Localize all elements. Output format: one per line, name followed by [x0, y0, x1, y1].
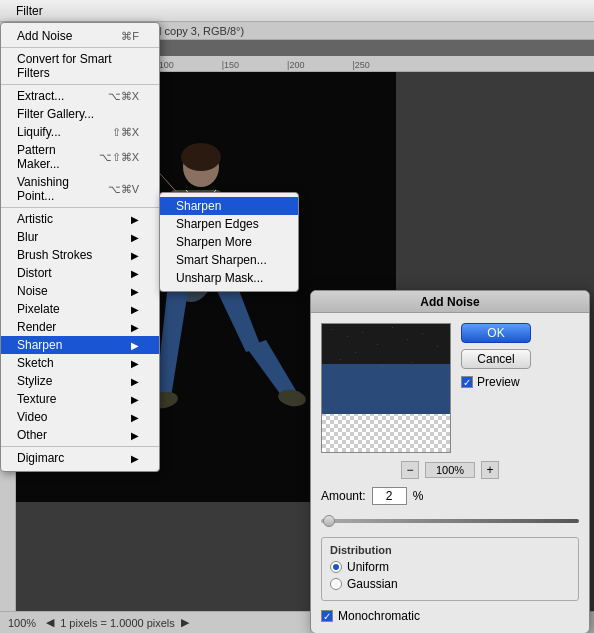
- menu-pixelate[interactable]: Pixelate ▶: [1, 300, 159, 318]
- menu-liquify[interactable]: Liquify... ⇧⌘X: [1, 123, 159, 141]
- amount-unit: %: [413, 489, 424, 503]
- preview-checkbox[interactable]: ✓: [461, 376, 473, 388]
- menu-artistic[interactable]: Artistic ▶: [1, 210, 159, 228]
- menu-sep-3: [1, 207, 159, 208]
- slider-track: [321, 519, 579, 523]
- menu-add-noise[interactable]: Add Noise ⌘F: [1, 27, 159, 45]
- nav-prev[interactable]: ◀: [46, 616, 54, 629]
- menu-brush-strokes[interactable]: Brush Strokes ▶: [1, 246, 159, 264]
- dialog-body: OK Cancel ✓ Preview − 100% + Amount: %: [311, 313, 589, 633]
- monochromatic-item: ✓ Monochromatic: [321, 609, 579, 623]
- svg-rect-32: [422, 333, 423, 334]
- svg-rect-35: [355, 352, 356, 353]
- cancel-button[interactable]: Cancel: [461, 349, 531, 369]
- gaussian-radio-item: Gaussian: [330, 577, 570, 591]
- menu-bar: Filter: [0, 0, 594, 22]
- dialog-right-controls: OK Cancel ✓ Preview: [461, 323, 579, 453]
- svg-rect-29: [377, 344, 378, 345]
- submenu-unsharp-mask[interactable]: Unsharp Mask...: [160, 269, 298, 287]
- submenu-sharpen[interactable]: Sharpen: [160, 197, 298, 215]
- menu-sketch[interactable]: Sketch ▶: [1, 354, 159, 372]
- svg-rect-30: [392, 327, 393, 328]
- svg-rect-21: [322, 364, 451, 414]
- dialog-title: Add Noise: [311, 291, 589, 313]
- uniform-radio[interactable]: [330, 561, 342, 573]
- menu-video[interactable]: Video ▶: [1, 408, 159, 426]
- zoom-out-button[interactable]: −: [401, 461, 419, 479]
- add-noise-dialog: Add Noise: [310, 290, 590, 633]
- submenu-sharpen-more[interactable]: Sharpen More: [160, 233, 298, 251]
- zoom-in-button[interactable]: +: [481, 461, 499, 479]
- submenu-smart-sharpen[interactable]: Smart Sharpen...: [160, 251, 298, 269]
- menu-vanishing-point[interactable]: Vanishing Point... ⌥⌘V: [1, 173, 159, 205]
- preview-image: [322, 324, 451, 453]
- preview-check-item: ✓ Preview: [461, 375, 579, 389]
- svg-rect-31: [407, 339, 408, 340]
- menu-pattern-maker[interactable]: Pattern Maker... ⌥⇧⌘X: [1, 141, 159, 173]
- monochromatic-checkbox[interactable]: ✓: [321, 610, 333, 622]
- menu-filter-gallery[interactable]: Filter Gallery...: [1, 105, 159, 123]
- svg-rect-34: [340, 359, 341, 360]
- gaussian-label: Gaussian: [347, 577, 398, 591]
- menu-distort[interactable]: Distort ▶: [1, 264, 159, 282]
- menu-other[interactable]: Other ▶: [1, 426, 159, 444]
- menu-noise[interactable]: Noise ▶: [1, 282, 159, 300]
- uniform-radio-item: Uniform: [330, 560, 570, 574]
- filter-menu: Add Noise ⌘F Convert for Smart Filters E…: [0, 22, 160, 472]
- nav-next[interactable]: ▶: [181, 616, 189, 629]
- distribution-group: Distribution Uniform Gaussian: [321, 537, 579, 601]
- svg-rect-33: [437, 346, 438, 347]
- distribution-label: Distribution: [330, 544, 570, 556]
- menu-stylize[interactable]: Stylize ▶: [1, 372, 159, 390]
- menu-sep-1: [1, 47, 159, 48]
- ok-button[interactable]: OK: [461, 323, 531, 343]
- gaussian-radio[interactable]: [330, 578, 342, 590]
- menu-sep-4: [1, 446, 159, 447]
- amount-row: Amount: %: [321, 487, 579, 505]
- slider-thumb[interactable]: [323, 515, 335, 527]
- filter-menu-item[interactable]: Filter: [8, 2, 51, 20]
- menu-render[interactable]: Render ▶: [1, 318, 159, 336]
- svg-rect-25: [322, 414, 451, 453]
- svg-rect-28: [362, 332, 363, 333]
- submenu-sharpen-edges[interactable]: Sharpen Edges: [160, 215, 298, 233]
- dialog-preview-box[interactable]: [321, 323, 451, 453]
- zoom-display: 100%: [425, 462, 475, 478]
- amount-label: Amount:: [321, 489, 366, 503]
- svg-rect-27: [347, 336, 348, 337]
- zoom-level: 100%: [8, 617, 36, 629]
- uniform-label: Uniform: [347, 560, 389, 574]
- dialog-content-area: OK Cancel ✓ Preview: [321, 323, 579, 453]
- monochromatic-label: Monochromatic: [338, 609, 420, 623]
- menu-sharpen[interactable]: Sharpen ▶: [1, 336, 159, 354]
- svg-point-3: [181, 143, 221, 171]
- sharpen-submenu: Sharpen Sharpen Edges Sharpen More Smart…: [159, 192, 299, 292]
- svg-rect-37: [412, 362, 413, 363]
- amount-input[interactable]: [372, 487, 407, 505]
- svg-rect-36: [382, 366, 383, 367]
- amount-slider-container: [321, 515, 579, 527]
- menu-digimarc[interactable]: Digimarc ▶: [1, 449, 159, 467]
- svg-rect-26: [332, 329, 333, 330]
- status-info: 1 pixels = 1.0000 pixels: [60, 617, 175, 629]
- menu-extract[interactable]: Extract... ⌥⌘X: [1, 87, 159, 105]
- menu-blur[interactable]: Blur ▶: [1, 228, 159, 246]
- menu-convert[interactable]: Convert for Smart Filters: [1, 50, 159, 82]
- menu-sep-2: [1, 84, 159, 85]
- zoom-controls: − 100% +: [321, 461, 579, 479]
- menu-texture[interactable]: Texture ▶: [1, 390, 159, 408]
